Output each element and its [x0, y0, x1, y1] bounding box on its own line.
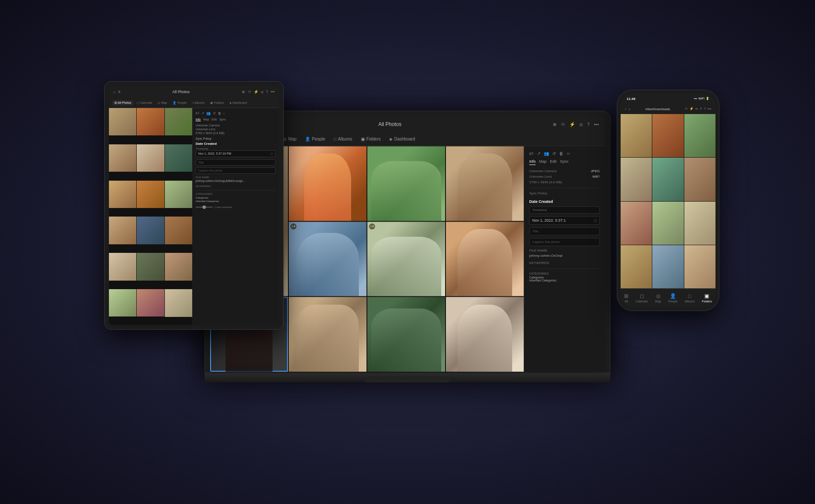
tablet-trash-icon[interactable]: 🗑	[218, 111, 221, 115]
phone-nav-calendar[interactable]: ◻ Calendar	[636, 293, 648, 303]
tablet-photo-14[interactable]	[137, 253, 164, 280]
photo-cell-2[interactable]	[289, 146, 366, 221]
tablet-nav-people[interactable]: 👤 People	[170, 100, 189, 105]
tab-info[interactable]: Info	[529, 159, 536, 165]
tablet-bell-icon[interactable]: ♾	[248, 90, 251, 94]
phone-photo-5[interactable]	[652, 158, 683, 201]
help-icon[interactable]: ?	[587, 122, 589, 127]
tablet-photo-6[interactable]	[165, 144, 192, 172]
tablet-nav-albums[interactable]: □ Albums	[190, 100, 207, 105]
more-icon[interactable]: •••	[594, 122, 599, 127]
phone-nav-all[interactable]: ⊞ All	[624, 293, 628, 303]
screen-icon[interactable]: ⧈	[580, 122, 583, 127]
tablet-search-icon[interactable]: ⌕	[113, 90, 115, 94]
tablet-filter-icon[interactable]: ⧖	[118, 90, 120, 94]
tablet-nav-dashboard[interactable]: ◈ Dashboard	[227, 100, 249, 105]
tag-icon[interactable]: 🏷	[529, 151, 534, 156]
photo-cell-4[interactable]	[446, 146, 524, 221]
tab-map[interactable]: Map	[539, 159, 547, 165]
phone-photo-1[interactable]	[621, 114, 652, 157]
tablet-photo-13[interactable]	[109, 253, 136, 280]
tablet-photo-4[interactable]	[109, 144, 136, 172]
nav-dashboard[interactable]: ◈ Dashboard	[386, 135, 419, 143]
phone-photo-6[interactable]	[684, 158, 715, 201]
share-icon[interactable]: ↗	[537, 151, 540, 156]
tab-sync[interactable]: Sync	[560, 159, 569, 165]
photo-cell-5[interactable]: 1★	[289, 222, 366, 296]
phone-nav-folders[interactable]: ▣ Folders	[702, 293, 712, 303]
tablet-timestamp-field[interactable]: Nov 1, 2022, 5:37:10 PM ◻	[196, 150, 276, 157]
tablet-tag-icon[interactable]: 🏷	[196, 111, 199, 115]
bell-icon[interactable]: ♾	[561, 122, 565, 127]
phone-search-icon[interactable]: ⌕	[628, 107, 630, 111]
tablet-photo-9[interactable]	[165, 181, 192, 208]
nav-folders[interactable]: ▣ Folders	[358, 135, 384, 143]
tablet-share-icon[interactable]: ↗	[201, 111, 204, 115]
phone-share-icon[interactable]: ↗	[699, 107, 702, 111]
tablet-tab-sync[interactable]: Sync	[219, 118, 226, 121]
tablet-add-icon[interactable]: ⊕	[242, 90, 245, 94]
phone-photo-12[interactable]	[684, 245, 715, 288]
tablet-more-icon[interactable]: •••	[271, 90, 275, 94]
tab-edit[interactable]: Edit	[550, 159, 557, 165]
phone-bell-icon[interactable]: ♾	[685, 107, 688, 111]
phone-photo-10[interactable]	[621, 245, 652, 288]
tablet-help-icon[interactable]: ?	[266, 90, 268, 94]
photo-cell-3[interactable]	[367, 146, 445, 221]
tablet-photo-17[interactable]	[137, 289, 164, 316]
tablet-photo-12[interactable]	[165, 217, 192, 244]
tablet-photo-10[interactable]	[109, 217, 136, 244]
tablet-person-add-icon[interactable]: 👥	[206, 111, 211, 115]
title-field[interactable]: Title	[529, 227, 600, 235]
tablet-tab-map[interactable]: Map	[203, 118, 209, 121]
phone-nav-people[interactable]: 👤 People	[668, 293, 677, 303]
phone-photo-3[interactable]	[684, 114, 715, 157]
phone-photo-11[interactable]	[652, 245, 683, 288]
rotate-icon[interactable]: ↺	[552, 151, 556, 156]
photo-cell-7[interactable]	[446, 222, 524, 296]
lightning-icon[interactable]: ⚡	[569, 122, 575, 127]
tablet-slider[interactable]	[196, 207, 213, 208]
photo-cell-9[interactable]	[289, 297, 366, 372]
tablet-nav-calendar[interactable]: ◻ Calendar	[135, 100, 154, 105]
tablet-photo-5[interactable]	[137, 144, 164, 172]
tablet-photo-11[interactable]	[137, 217, 164, 244]
tablet-photo-15[interactable]	[165, 253, 192, 280]
tablet-screen-icon[interactable]: ⧈	[261, 90, 264, 94]
phone-photo-9[interactable]	[684, 202, 715, 245]
nav-albums[interactable]: □ Albums	[330, 135, 355, 143]
caption-field[interactable]: Caption this photo	[529, 238, 600, 246]
phone-lightning-icon[interactable]: ⚡	[689, 107, 694, 111]
phone-photo-4[interactable]	[621, 158, 652, 201]
tablet-photo-18[interactable]	[165, 289, 192, 316]
tablet-photo-7[interactable]	[109, 181, 136, 208]
tablet-nav-folders[interactable]: ▣ Folders	[208, 100, 226, 105]
tablet-photo-2[interactable]	[137, 108, 164, 135]
tablet-tab-info[interactable]: Info	[196, 118, 201, 121]
tablet-photo-1[interactable]	[109, 108, 136, 135]
tablet-rotate-icon[interactable]: ↺	[213, 111, 216, 115]
trash-icon[interactable]: 🗑	[559, 151, 563, 156]
nav-people[interactable]: 👤 People	[302, 135, 328, 143]
tablet-lightning-icon[interactable]: ⚡	[254, 90, 258, 94]
phone-screen-icon[interactable]: ⧈	[695, 107, 698, 111]
photo-cell-10[interactable]	[367, 297, 445, 372]
phone-photo-2[interactable]	[652, 114, 683, 157]
tablet-photo-3[interactable]	[165, 108, 192, 135]
phone-help-icon[interactable]: ?	[704, 107, 706, 111]
phone-photo-7[interactable]	[621, 202, 652, 245]
phone-back-icon[interactable]: ‹	[625, 107, 626, 111]
photo-cell-6[interactable]: 1★	[367, 222, 445, 296]
phone-more-icon[interactable]: •••	[708, 107, 711, 111]
photo-cell-11[interactable]	[446, 297, 524, 372]
tablet-nav-map[interactable]: ◎ Map	[155, 100, 169, 105]
tablet-caption-field[interactable]: Caption this photo	[196, 167, 276, 174]
more-sidebar-icon[interactable]: ››	[567, 151, 570, 156]
person-add-icon[interactable]: 👥	[544, 151, 549, 156]
tablet-title-field[interactable]: Title	[196, 159, 276, 166]
tablet-tab-edit[interactable]: Edit	[211, 118, 217, 121]
add-icon[interactable]: ⊕	[553, 122, 557, 127]
phone-nav-map[interactable]: ◎ Map	[655, 293, 661, 303]
tablet-more-sidebar-icon[interactable]: ›	[223, 111, 225, 115]
tablet-photo-8[interactable]	[137, 181, 164, 208]
